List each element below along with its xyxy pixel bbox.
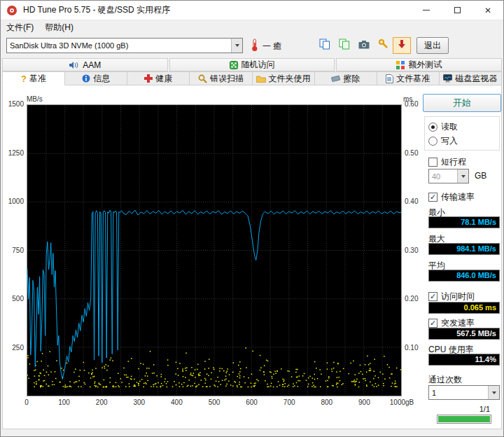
- secondary-tabs: AAM 随机访问 额外测试: [2, 58, 502, 71]
- access-time-checkbox[interactable]: 访问时间: [428, 291, 475, 303]
- axis-tick-label: 1000: [3, 197, 24, 205]
- short-stroke-value: 40: [429, 172, 457, 181]
- axis-tick-label: 250: [3, 344, 24, 352]
- tab-file-benchmark[interactable]: 文件基准: [377, 71, 440, 85]
- copy-image-icon: [339, 39, 350, 53]
- camera-icon: [358, 39, 370, 52]
- radio-unchecked-icon: [428, 137, 438, 146]
- title-bar: HD Tune Pro 5.75 - 硬盘/SSD 实用程序 ✕: [1, 1, 503, 20]
- min-value: 78.1 MB/s: [428, 216, 500, 228]
- document-icon: [386, 74, 393, 83]
- menu-file[interactable]: 文件(F): [1, 20, 39, 35]
- monitor-icon: [443, 74, 452, 83]
- progress-text: 1/1: [479, 405, 490, 413]
- tab-label: 文件夹使用: [269, 73, 311, 85]
- chevron-down-icon: [457, 169, 468, 183]
- checkbox-unchecked-icon: [428, 158, 438, 167]
- progress-bar: [437, 415, 491, 424]
- axis-tick-label: 700: [284, 398, 295, 406]
- checkbox-checked-icon: [428, 319, 438, 328]
- exit-button[interactable]: 退出: [416, 37, 449, 54]
- benchmark-chart: MB/s ms 2505007501000125015000.100.200.3…: [3, 85, 423, 415]
- axis-tick-label: 0.20: [405, 295, 418, 303]
- axis-tick-label: 600: [246, 398, 258, 406]
- checkbox-checked-icon: [428, 292, 438, 301]
- menu-bar: 文件(F) 帮助(H): [1, 20, 503, 35]
- thermometer-icon: [251, 39, 258, 55]
- eraser-icon: [331, 74, 340, 83]
- transfer-rate-checkbox[interactable]: 传输速率: [428, 191, 475, 203]
- read-radio[interactable]: 读取: [428, 121, 458, 133]
- tab-health[interactable]: 健康: [127, 71, 190, 85]
- avg-value: 846.0 MB/s: [428, 270, 500, 282]
- short-stroke-select[interactable]: 40: [428, 169, 469, 183]
- axis-tick-label: 900: [358, 398, 370, 406]
- axis-tick-label: 0.40: [405, 197, 418, 205]
- minimize-icon: [423, 10, 430, 11]
- folder-icon: [256, 75, 266, 83]
- copy-text-icon: [319, 39, 330, 53]
- axis-tick-label: 300: [133, 398, 145, 406]
- magnifier-icon: [198, 74, 207, 83]
- tab-info[interactable]: 信息: [65, 71, 127, 85]
- y-left-unit: MB/s: [27, 95, 43, 103]
- options-button[interactable]: [374, 37, 393, 54]
- axis-tick-label: 500: [209, 398, 220, 406]
- access-time-label: 访问时间: [441, 291, 475, 303]
- toolbar: SanDisk Ultra 3D NVMe (1000 gB) 一 癒 退出: [1, 35, 503, 57]
- axis-tick-label: 200: [96, 398, 108, 406]
- max-value: 984.1 MB/s: [428, 243, 500, 255]
- tab-random-access[interactable]: 随机访问: [169, 58, 335, 71]
- copy-text-button[interactable]: [316, 37, 334, 54]
- window-title: HD Tune Pro 5.75 - 硬盘/SSD 实用程序: [23, 4, 170, 16]
- axis-tick-label: 0.50: [405, 149, 418, 157]
- tab-folder-usage[interactable]: 文件夹使用: [253, 71, 315, 85]
- minimize-button[interactable]: [411, 1, 442, 20]
- write-radio[interactable]: 写入: [428, 135, 458, 147]
- axis-tick-label: 1250: [3, 149, 24, 157]
- tab-benchmark[interactable]: ? 基准: [2, 71, 65, 85]
- tab-label: 磁盘监视器: [455, 73, 497, 85]
- dice-icon: [230, 61, 238, 69]
- menu-help[interactable]: 帮助(H): [39, 20, 79, 35]
- benchmark-icon: ?: [21, 74, 27, 83]
- axis-tick-label: 750: [3, 247, 24, 254]
- plot-area: [27, 104, 402, 396]
- speaker-icon: [69, 61, 79, 69]
- extra-tests-icon: [396, 61, 405, 69]
- app-window: HD Tune Pro 5.75 - 硬盘/SSD 实用程序 ✕ 文件(F) 帮…: [0, 0, 504, 437]
- drive-select[interactable]: SanDisk Ultra 3D NVMe (1000 gB): [6, 38, 243, 53]
- close-icon: ✕: [484, 6, 491, 15]
- screenshot-button[interactable]: [355, 37, 373, 54]
- start-button[interactable]: 开始: [423, 94, 501, 112]
- tab-label: 文件基准: [396, 73, 430, 85]
- pass-count-value: 1: [429, 389, 488, 397]
- wrench-icon: [378, 39, 389, 53]
- benchmark-page: MB/s ms 2505007501000125015000.100.200.3…: [2, 85, 502, 429]
- copy-image-button[interactable]: [335, 37, 354, 54]
- pass-count-select[interactable]: 1: [428, 385, 500, 400]
- tab-erase[interactable]: 擦除: [315, 71, 377, 85]
- tab-aam[interactable]: AAM: [2, 58, 168, 71]
- maximize-icon: [454, 7, 461, 13]
- maximize-button[interactable]: [442, 1, 472, 20]
- close-button[interactable]: ✕: [472, 1, 503, 20]
- tab-extra-tests[interactable]: 额外测试: [336, 58, 502, 71]
- access-time-value: 0.065 ms: [428, 302, 500, 314]
- read-radio-label: 读取: [441, 121, 458, 133]
- pass-count-label: 通过次数: [428, 374, 462, 386]
- short-stroke-checkbox[interactable]: 短行程: [428, 156, 466, 168]
- control-panel: 开始 读取 写入 短行程 40 GB 传输速率: [423, 85, 501, 429]
- tab-error-scan[interactable]: 错误扫描: [190, 71, 252, 85]
- primary-tabs: ? 基准 信息 健康 错误扫描 文件夹使用 擦除 文件基准 磁盘监: [2, 71, 502, 85]
- temperature-value: 一 癒: [262, 41, 281, 53]
- save-results-button[interactable]: [393, 37, 411, 54]
- axis-tick-label: 400: [171, 398, 183, 406]
- tab-label: 错误扫描: [210, 73, 244, 85]
- download-arrow-icon: [397, 39, 407, 52]
- tab-label: 基准: [29, 73, 46, 85]
- cpu-usage-value: 11.4%: [428, 354, 500, 366]
- axis-tick-label: 0.10: [405, 344, 418, 352]
- tab-disk-monitor[interactable]: 磁盘监视器: [440, 71, 502, 85]
- write-radio-label: 写入: [441, 135, 458, 147]
